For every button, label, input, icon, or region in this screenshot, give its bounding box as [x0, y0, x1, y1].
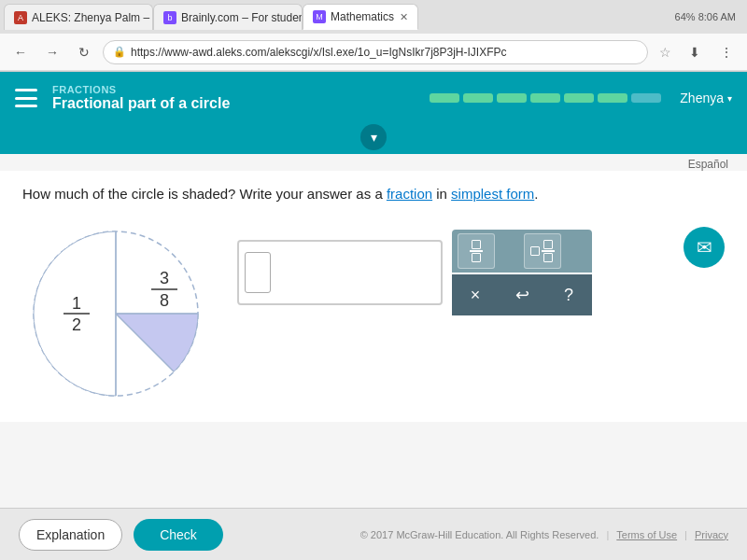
mail-icon: ✉: [697, 236, 712, 259]
tab-mathematics[interactable]: M Mathematics ✕: [303, 4, 418, 30]
fraction-type-1-button[interactable]: [458, 233, 495, 269]
browser-status: 64% 8:06 AM: [675, 11, 736, 22]
hamburger-menu[interactable]: [15, 89, 37, 107]
footer: Explanation Check © 2017 McGraw-Hill Edu…: [0, 508, 747, 560]
tab-mathematics-close[interactable]: ✕: [400, 11, 408, 23]
reload-button[interactable]: ↻: [71, 39, 97, 65]
download-button[interactable]: ⬇: [682, 39, 708, 65]
explanation-button[interactable]: Explanation: [19, 519, 122, 551]
svg-text:3: 3: [160, 269, 169, 287]
dropdown-row: ▾: [0, 124, 747, 154]
lock-icon: 🔒: [113, 46, 126, 58]
fraction-input-box[interactable]: [237, 240, 443, 305]
user-menu[interactable]: Zhenya ▾: [680, 91, 732, 105]
question-text-end: .: [534, 186, 538, 202]
aleks-favicon: A: [14, 11, 27, 24]
nav-bar: ← → ↻ 🔒 https://www-awd.aleks.com/aleksc…: [0, 34, 747, 71]
input-keypad-row: × ↩ ?: [237, 230, 592, 315]
fractions-label: FRACTIONS: [52, 84, 411, 95]
progress-seg-5: [564, 93, 594, 103]
fraction-icon-2: [530, 240, 555, 262]
app-header: FRACTIONS Fractional part of a circle Zh…: [0, 72, 747, 124]
clear-button[interactable]: ×: [452, 274, 499, 315]
check-button[interactable]: Check: [134, 519, 223, 551]
progress-seg-1: [430, 93, 459, 103]
keypad: × ↩ ?: [452, 230, 592, 315]
tab-brainly[interactable]: b Brainly.com – For studen ✕: [153, 4, 303, 30]
question-text-middle: in: [432, 186, 451, 202]
fraction-icon-1: [470, 240, 483, 262]
help-button[interactable]: ?: [545, 274, 592, 315]
copyright-text: © 2017 McGraw-Hill Education. All Rights…: [360, 529, 599, 540]
tab-brainly-label: Brainly.com – For studen: [181, 11, 303, 24]
address-text: https://www-awd.aleks.com/alekscgi/x/Isl…: [131, 46, 638, 59]
footer-copyright: © 2017 McGraw-Hill Education. All Rights…: [360, 529, 728, 540]
espanol-row: Español: [0, 154, 747, 171]
mail-button[interactable]: ✉: [684, 227, 725, 268]
forward-button[interactable]: →: [39, 39, 65, 65]
fraction-link[interactable]: fraction: [387, 186, 432, 202]
simplest-form-link[interactable]: simplest form: [451, 186, 534, 202]
progress-seg-4: [530, 93, 560, 103]
circle-diagram: 1 2 3 8: [22, 220, 209, 407]
menu-button[interactable]: ⋮: [713, 39, 740, 65]
tab-bar: A ALEKS: Zhenya Palm – ( ✕ b Brainly.com…: [0, 0, 747, 34]
header-title-area: FRACTIONS Fractional part of a circle: [52, 84, 411, 112]
math-favicon: M: [313, 10, 326, 23]
brainly-favicon: b: [163, 11, 176, 24]
user-name: Zhenya: [680, 91, 724, 105]
address-bar[interactable]: 🔒 https://www-awd.aleks.com/alekscgi/x/I…: [103, 40, 648, 64]
svg-text:1: 1: [72, 294, 81, 313]
svg-text:2: 2: [72, 315, 81, 334]
fraction-type-2-button[interactable]: [524, 233, 561, 269]
tab-aleks[interactable]: A ALEKS: Zhenya Palm – ( ✕: [4, 4, 153, 30]
keypad-top: [452, 230, 592, 273]
progress-seg-2: [463, 93, 493, 103]
circle-svg: 1 2 3 8: [22, 220, 209, 407]
main-content: How much of the circle is shaded? Write …: [0, 171, 747, 422]
progress-seg-7: [631, 93, 661, 103]
user-chevron-icon: ▾: [727, 93, 732, 104]
input-keypad-area: × ↩ ?: [237, 230, 592, 315]
dropdown-toggle-button[interactable]: ▾: [360, 124, 387, 150]
espanol-link[interactable]: Español: [688, 158, 728, 171]
tab-mathematics-label: Mathematics: [331, 10, 394, 23]
progress-seg-3: [497, 93, 527, 103]
undo-button[interactable]: ↩: [499, 274, 545, 315]
fraction-slot[interactable]: [245, 252, 271, 293]
browser-chrome: A ALEKS: Zhenya Palm – ( ✕ b Brainly.com…: [0, 0, 747, 72]
privacy-link[interactable]: Privacy: [695, 529, 728, 540]
terms-link[interactable]: Terms of Use: [616, 529, 677, 540]
question-text-before: How much of the circle is shaded? Write …: [22, 186, 387, 202]
footer-buttons: Explanation Check: [19, 519, 223, 551]
progress-seg-6: [598, 93, 627, 103]
bookmark-button[interactable]: ☆: [654, 41, 676, 63]
question-text: How much of the circle is shaded? Write …: [22, 186, 725, 202]
keypad-bottom: × ↩ ?: [452, 274, 592, 315]
progress-bar: [430, 93, 661, 103]
header-subtitle: Fractional part of a circle: [52, 95, 411, 112]
back-button[interactable]: ←: [7, 39, 34, 65]
svg-text:8: 8: [160, 291, 169, 310]
answer-row: 1 2 3 8: [22, 220, 725, 407]
tab-aleks-label: ALEKS: Zhenya Palm – (: [32, 11, 153, 24]
